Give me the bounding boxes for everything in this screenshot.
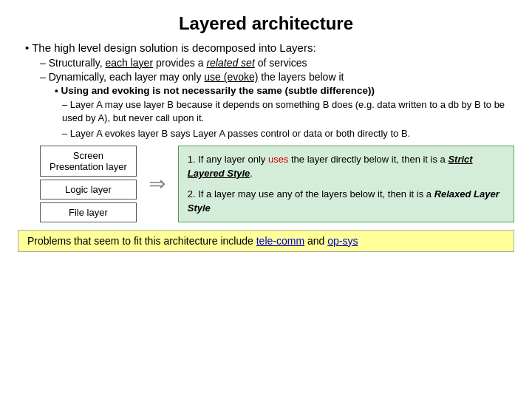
- rule-1-highlight: uses: [268, 154, 288, 165]
- layer-and-rules: Screen Presentation layer Logic layer Fi…: [40, 146, 514, 222]
- bottom-bar: Problems that seem to fit this architect…: [18, 230, 514, 252]
- arrow-container: ⇒: [147, 146, 168, 222]
- dynamically-text: each layer may only: [109, 71, 204, 83]
- rule-1-after: , then it is a: [396, 154, 448, 165]
- rule-1-underline: directly below it: [330, 154, 396, 165]
- screen-layer-box: Screen Presentation layer: [40, 146, 137, 177]
- provides-text: provides a: [153, 57, 206, 69]
- arrow-icon: ⇒: [149, 174, 166, 194]
- main-bullet-text: The high level design solution is decomp…: [32, 41, 316, 54]
- sub-bullet-text: Using and evoking is not necessarily the…: [61, 85, 375, 96]
- rule-1-number: 1.: [188, 154, 196, 165]
- logic-layer-box: Logic layer: [40, 180, 137, 200]
- of-services-text: of services: [255, 57, 307, 69]
- rule-2-before: If a layer may use: [198, 188, 276, 200]
- use-evoke-text: use (evoke): [204, 71, 258, 83]
- bottom-text-mid: and: [304, 235, 327, 247]
- sub-bullet: • Using and evoking is not necessarily t…: [55, 85, 514, 96]
- rule-1-mid: the layer: [288, 154, 330, 165]
- sub-dash-1-text: Layer A may use layer B because it depen…: [62, 99, 505, 123]
- rule-2-after: it, then it is a: [375, 188, 434, 200]
- screen-label: Screen: [73, 150, 103, 161]
- dash-dynamically: – Dynamically, each layer may only use (…: [40, 71, 514, 83]
- rule-1: 1. If any layer only uses the layer dire…: [188, 152, 505, 181]
- rule-2-underline: any of the layers below: [276, 188, 375, 200]
- rule-1-before: If any layer only: [198, 154, 268, 165]
- rule-2: 2. If a layer may use any of the layers …: [188, 187, 505, 216]
- op-sys-link[interactable]: op-sys: [327, 235, 358, 247]
- bottom-text-before: Problems that seem to fit this architect…: [27, 235, 256, 247]
- layers-below-text: the layers below it: [258, 71, 344, 83]
- structurally-prefix: Structurally,: [49, 57, 106, 69]
- dynamically-prefix: Dynamically,: [49, 71, 109, 83]
- each-layer-underline: each layer: [105, 57, 153, 69]
- related-set-text: related set: [206, 57, 254, 69]
- main-bullet: • The high level design solution is deco…: [25, 41, 514, 54]
- dash-structurally: – Structurally, each layer provides a re…: [40, 57, 514, 69]
- tele-comm-link[interactable]: tele-comm: [256, 235, 304, 247]
- rule-2-number: 2.: [188, 188, 196, 200]
- rule-1-end: .: [250, 168, 253, 179]
- logic-label: Logic layer: [65, 184, 112, 195]
- presentation-label: Presentation layer: [50, 161, 127, 172]
- rules-box: 1. If any layer only uses the layer dire…: [178, 146, 514, 222]
- bullet-section: • The high level design solution is deco…: [25, 41, 514, 222]
- file-layer-box: File layer: [40, 202, 137, 222]
- sub-dash-1: – Layer A may use layer B because it dep…: [62, 98, 514, 125]
- sub-dash-2: – Layer A evokes layer B says Layer A pa…: [62, 127, 514, 140]
- layer-boxes: Screen Presentation layer Logic layer Fi…: [40, 146, 137, 222]
- sub-dash-2-text: Layer A evokes layer B says Layer A pass…: [70, 128, 410, 139]
- page-title: Layered architecture: [18, 13, 514, 34]
- file-label: File layer: [69, 207, 108, 218]
- evokes-underline: evokes: [105, 128, 135, 139]
